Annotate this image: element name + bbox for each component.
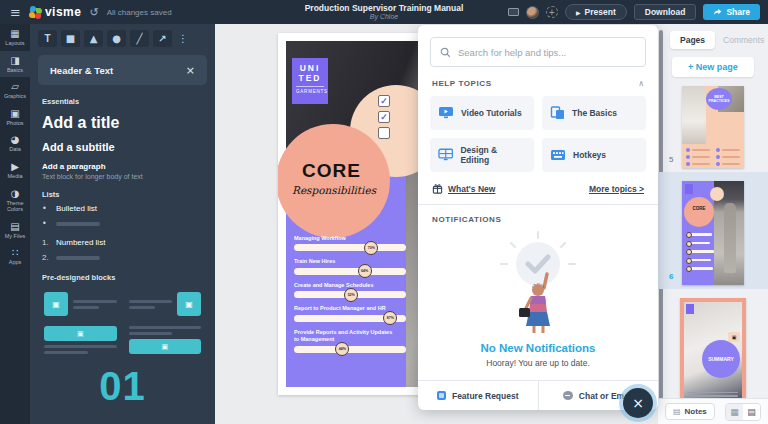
progress-track: 44%: [294, 346, 406, 353]
panel-title: Header & Text: [50, 65, 113, 76]
data-icon: ◕: [11, 135, 20, 145]
sidebar-item-theme-colors[interactable]: ◑ Theme Colors: [0, 184, 30, 217]
device-preview-icon[interactable]: [508, 8, 519, 16]
sidebar-item-data[interactable]: ◕ Data: [0, 130, 30, 157]
topic-design-editing[interactable]: Design & Editing: [430, 138, 534, 172]
basics-panel: T ■ ▲ ● ╱ ↗ ⋮ Header & Text × Essentials…: [30, 24, 215, 424]
my-files-icon: ▤: [10, 222, 19, 232]
progress-item[interactable]: Provide Reports and Activity Updates to …: [294, 329, 408, 353]
no-notifications-subtitle: Hooray! You are up to date.: [430, 358, 646, 368]
page-thumbnail-7[interactable]: SUMMARY ▣: [680, 298, 746, 410]
chevron-up-icon[interactable]: ∧: [638, 79, 644, 88]
image-placeholder-icon: ▣: [44, 326, 117, 341]
pages-sidebar: Pages Comments + New page BEST PRACTICES…: [658, 24, 768, 424]
share-icon: [713, 8, 722, 16]
play-icon: ▶: [576, 9, 581, 16]
topic-hotkeys[interactable]: Hotkeys: [542, 138, 646, 172]
circle-tool-button[interactable]: ●: [107, 30, 126, 47]
close-help-button[interactable]: ×: [623, 388, 653, 418]
list-view-icon[interactable]: ▤: [743, 404, 760, 420]
bullet-icon: •: [42, 204, 50, 213]
sidebar-item-apps[interactable]: ∷ Apps: [0, 243, 30, 270]
basics-icon: ◨: [10, 56, 19, 66]
page-row-7: SUMMARY ▣: [658, 289, 768, 414]
sidebar-item-my-files[interactable]: ▤ My Files: [0, 217, 30, 244]
new-page-button[interactable]: + New page: [672, 57, 754, 77]
document-title[interactable]: Production Supervisor Training Manual: [305, 3, 464, 13]
triangle-tool-button[interactable]: ▲: [84, 30, 103, 47]
sidebar-item-photos[interactable]: ▣ Photos: [0, 104, 30, 131]
topic-video-tutorials[interactable]: Video Tutorials: [430, 96, 534, 130]
add-title-item[interactable]: Add a title: [30, 108, 215, 136]
block-banner-bottom[interactable]: ▣: [129, 326, 202, 354]
more-tools-icon[interactable]: ⋮: [178, 33, 188, 44]
media-icon: ▶: [11, 162, 19, 172]
add-subtitle-item[interactable]: Add a subtitle: [30, 136, 215, 157]
image-placeholder-icon: ▣: [129, 339, 202, 354]
shape-toolbar: T ■ ▲ ● ╱ ↗ ⋮: [30, 24, 215, 51]
line-tool-button[interactable]: ╱: [130, 30, 149, 47]
whats-new-link[interactable]: What's New: [432, 183, 495, 194]
progress-value-badge: 44%: [335, 342, 349, 356]
sidebar-item-media[interactable]: ▶ Media: [0, 157, 30, 184]
undo-icon[interactable]: ↺: [89, 6, 98, 19]
tab-pages[interactable]: Pages: [670, 31, 715, 49]
notes-icon: ▤: [673, 407, 681, 416]
notes-button[interactable]: ▤ Notes: [665, 403, 715, 420]
no-notifications-title: No New Notifications: [430, 342, 646, 354]
notifications-header: NOTIFICATIONS: [432, 215, 644, 224]
page-thumbnail-5[interactable]: BEST PRACTICES: [682, 86, 744, 168]
search-icon: [440, 47, 451, 58]
core-title-circle[interactable]: CORE Responsibilities: [278, 124, 390, 238]
block-banner-top[interactable]: ▣: [44, 326, 117, 354]
checkbox-checked[interactable]: ✓: [378, 111, 390, 123]
progress-item[interactable]: Create and Manage Schedules 52%: [294, 282, 408, 298]
progress-item[interactable]: Managing Workflow 70%: [294, 235, 408, 251]
chat-icon: [563, 391, 573, 400]
core-subheading[interactable]: Responsibilities: [292, 184, 376, 196]
more-topics-link[interactable]: More topics >: [589, 184, 644, 194]
text-tool-button[interactable]: T: [38, 30, 57, 47]
block-image-left[interactable]: ▣: [44, 292, 117, 316]
bulleted-list-item[interactable]: • Bulleted list: [30, 201, 215, 216]
core-heading[interactable]: CORE: [302, 160, 361, 182]
sidebar-bottom-bar: ▤ Notes ▦ ▤: [658, 398, 768, 424]
add-paragraph-item[interactable]: Add a paragraph Text block for longer bo…: [30, 157, 215, 182]
help-search-input[interactable]: [458, 47, 636, 58]
present-button[interactable]: ▶ Present: [565, 4, 627, 20]
visme-logo[interactable]: visme: [29, 5, 82, 19]
feature-request-icon: [437, 391, 446, 400]
square-tool-button[interactable]: ■: [61, 30, 80, 47]
help-search[interactable]: [430, 37, 646, 67]
block-image-right[interactable]: ▣: [129, 292, 202, 316]
brand-badge[interactable]: UNI TED GARMENTS: [292, 58, 328, 104]
checkbox-empty[interactable]: [378, 127, 390, 139]
sidebar-item-basics[interactable]: ◨ Basics: [0, 51, 30, 78]
panel-header: Header & Text ×: [38, 55, 207, 85]
progress-item[interactable]: Report to Product Manager and HR 87%: [294, 305, 408, 321]
progress-value-badge: 87%: [383, 311, 397, 325]
sidebar-item-graphics[interactable]: ▱ Graphics: [0, 77, 30, 104]
page-thumbnail-6[interactable]: CORE: [682, 181, 744, 285]
numbered-block-preview[interactable]: 01: [30, 364, 215, 409]
brand-name: visme: [45, 5, 82, 19]
theme-colors-icon: ◑: [11, 189, 20, 199]
add-collaborator-button[interactable]: +: [546, 6, 558, 18]
share-button[interactable]: Share: [703, 4, 760, 20]
close-panel-icon[interactable]: ×: [186, 64, 195, 77]
download-button[interactable]: Download: [634, 4, 697, 20]
the-basics-icon: [550, 106, 565, 120]
numbered-list-item[interactable]: 1. Numbered list: [30, 235, 215, 250]
sidebar-item-layouts[interactable]: ▦ Layouts: [0, 24, 30, 51]
arrow-tool-button[interactable]: ↗: [153, 30, 172, 47]
page-row-6-selected: CORE 6: [658, 172, 768, 289]
tab-comments[interactable]: Comments: [717, 31, 768, 49]
hamburger-menu-icon[interactable]: ≡: [10, 5, 21, 20]
checkbox-checked[interactable]: ✓: [378, 95, 390, 107]
feature-request-button[interactable]: Feature Request: [418, 381, 538, 410]
photos-icon: ▣: [10, 109, 19, 119]
progress-item[interactable]: Train New Hires 64%: [294, 258, 408, 274]
topic-the-basics[interactable]: The Basics: [542, 96, 646, 130]
grid-view-icon[interactable]: ▦: [726, 404, 743, 420]
user-avatar[interactable]: [526, 6, 539, 19]
